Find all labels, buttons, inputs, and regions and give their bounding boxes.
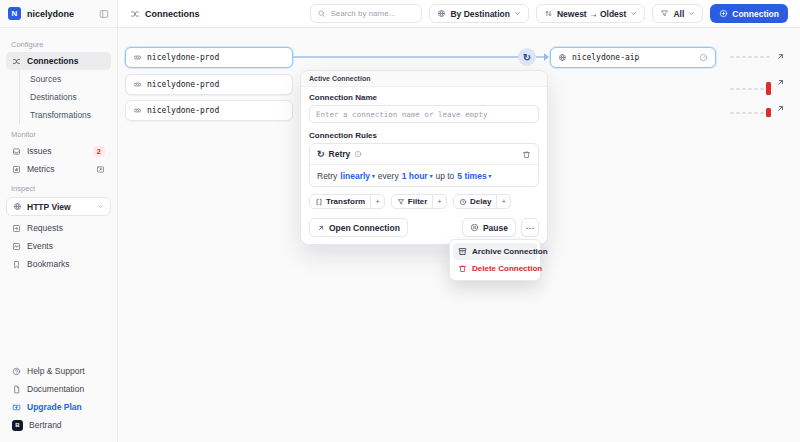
source-card[interactable]: nicelydone-prod bbox=[125, 74, 293, 95]
retry-strategy-select[interactable]: linearly▾ bbox=[340, 171, 375, 181]
transform-icon bbox=[315, 198, 323, 206]
chart-icon bbox=[12, 165, 21, 174]
sidebar-item-label: Upgrade Plan bbox=[27, 402, 82, 412]
sidebar-item-requests[interactable]: Requests bbox=[6, 219, 111, 237]
sidebar-item-user[interactable]: B Bertrand bbox=[6, 416, 111, 434]
sidebar-item-documentation[interactable]: Documentation bbox=[6, 380, 111, 398]
webhook-icon bbox=[133, 106, 142, 115]
caret-icon: ▾ bbox=[430, 173, 433, 179]
group-by-label: By Destination bbox=[450, 9, 510, 19]
info-icon[interactable] bbox=[354, 150, 362, 158]
sidebar-item-label: Metrics bbox=[27, 164, 54, 174]
sidebar-item-help[interactable]: Help & Support bbox=[6, 362, 111, 380]
add-transform-chip[interactable]: Transform + bbox=[309, 194, 385, 209]
retry-interval-select[interactable]: 1 hour▾ bbox=[402, 171, 433, 181]
new-connection-button[interactable]: Connection bbox=[710, 4, 788, 23]
add-filter-chip[interactable]: Filter + bbox=[391, 194, 447, 209]
webhook-icon bbox=[133, 53, 142, 62]
new-connection-label: Connection bbox=[732, 9, 779, 19]
add-icon[interactable]: + bbox=[432, 195, 446, 208]
archive-connection-item[interactable]: Archive Connection bbox=[453, 243, 537, 260]
sidebar-item-events[interactable]: Events bbox=[6, 237, 111, 255]
page-title: Connections bbox=[145, 9, 200, 19]
filter-icon bbox=[660, 9, 669, 18]
archive-icon bbox=[458, 247, 467, 256]
filter-icon bbox=[397, 198, 405, 206]
retry-icon: ↻ bbox=[317, 149, 325, 159]
connection-name-label: Connection Name bbox=[309, 93, 539, 102]
sidebar-item-label: Transformations bbox=[30, 110, 91, 120]
chevron-down-icon bbox=[97, 203, 104, 210]
connections-icon bbox=[130, 9, 140, 19]
group-by-dropdown[interactable]: By Destination bbox=[429, 4, 529, 23]
chevron-down-icon bbox=[514, 10, 521, 17]
filter-dropdown[interactable]: All bbox=[652, 4, 703, 23]
add-icon[interactable]: + bbox=[496, 195, 510, 208]
plus-circle-icon bbox=[719, 9, 728, 18]
popover-header: Active Connection bbox=[301, 71, 547, 87]
sidebar-item-label: Requests bbox=[27, 223, 63, 233]
destination-card[interactable]: nicelydone-aip bbox=[550, 47, 716, 68]
rule-word: every bbox=[378, 171, 399, 181]
connection-rules-label: Connection Rules bbox=[309, 131, 539, 140]
sidebar-item-issues[interactable]: Issues 2 bbox=[6, 142, 111, 160]
retry-count-select[interactable]: 5 times▾ bbox=[457, 171, 491, 181]
sidebar-item-label: Connections bbox=[27, 56, 78, 66]
connection-name-input[interactable] bbox=[309, 105, 539, 123]
workspace-header: N nicelydone bbox=[0, 0, 118, 28]
delete-connection-item[interactable]: Delete Connection bbox=[453, 260, 537, 277]
pause-label: Pause bbox=[483, 223, 508, 233]
delete-rule-icon[interactable] bbox=[522, 150, 531, 159]
sidebar-item-upgrade-plan[interactable]: Upgrade Plan bbox=[6, 398, 111, 416]
sidebar-item-sources[interactable]: Sources bbox=[20, 70, 111, 88]
pause-button[interactable]: Pause bbox=[462, 218, 516, 237]
source-card[interactable]: nicelydone-prod bbox=[125, 47, 293, 68]
http-view-label: HTTP View bbox=[27, 202, 71, 212]
retry-rule-card: ↻ Retry Retry linearly▾ every 1 hour bbox=[309, 143, 539, 187]
document-icon bbox=[12, 385, 21, 394]
open-connection-arrow-icon[interactable] bbox=[776, 52, 785, 61]
http-view-select[interactable]: HTTP View bbox=[6, 197, 111, 216]
section-label-monitor: Monitor bbox=[11, 130, 106, 139]
pause-icon bbox=[470, 223, 479, 232]
user-avatar: B bbox=[12, 420, 23, 431]
more-actions-button[interactable]: ⋯ bbox=[521, 218, 539, 237]
add-icon[interactable]: + bbox=[370, 195, 384, 208]
open-connection-button[interactable]: Open Connection bbox=[309, 218, 408, 237]
connections-icon bbox=[12, 57, 21, 66]
connection-line-arrowhead bbox=[544, 53, 549, 61]
workspace-name[interactable]: nicelydone bbox=[27, 9, 74, 19]
search-box[interactable] bbox=[310, 4, 422, 23]
retry-node[interactable]: ↻ bbox=[518, 48, 536, 66]
workspace-logo: N bbox=[8, 7, 21, 20]
sidebar-item-connections[interactable]: Connections bbox=[6, 52, 111, 70]
bookmark-icon bbox=[12, 260, 21, 269]
sidebar-toggle-icon[interactable] bbox=[99, 9, 109, 19]
sidebar-item-metrics[interactable]: Metrics bbox=[6, 160, 111, 178]
chevron-down-icon bbox=[630, 10, 637, 17]
filter-label: All bbox=[673, 9, 684, 19]
activity-sparkline bbox=[730, 56, 770, 58]
sidebar-item-label: Issues bbox=[27, 146, 52, 156]
sidebar-item-destinations[interactable]: Destinations bbox=[20, 88, 111, 106]
add-delay-chip[interactable]: Delay + bbox=[453, 194, 511, 209]
open-connection-arrow-icon[interactable] bbox=[776, 78, 785, 87]
popover-footer: Open Connection Pause ⋯ bbox=[309, 218, 539, 237]
section-label-configure: Configure bbox=[11, 40, 106, 49]
source-name: nicelydone-prod bbox=[147, 53, 219, 62]
rule-word: Retry bbox=[317, 171, 337, 181]
sort-label: Newest → Oldest bbox=[557, 9, 626, 19]
help-circle-icon bbox=[12, 367, 21, 376]
source-card[interactable]: nicelydone-prod bbox=[125, 100, 293, 121]
menu-item-label: Archive Connection bbox=[472, 247, 548, 256]
sidebar: Configure Connections Sources Destinatio… bbox=[0, 28, 118, 442]
open-connection-arrow-icon[interactable] bbox=[776, 104, 785, 113]
sidebar-item-label: Events bbox=[27, 241, 53, 251]
sidebar-item-transformations[interactable]: Transformations bbox=[20, 106, 111, 124]
sidebar-item-label: Bookmarks bbox=[27, 259, 70, 269]
sidebar-item-bookmarks[interactable]: Bookmarks bbox=[6, 255, 111, 273]
search-input[interactable] bbox=[330, 9, 415, 18]
rule-word: up to bbox=[435, 171, 454, 181]
sort-dropdown[interactable]: Newest → Oldest bbox=[536, 4, 645, 23]
retry-rule-title: Retry bbox=[329, 149, 351, 159]
